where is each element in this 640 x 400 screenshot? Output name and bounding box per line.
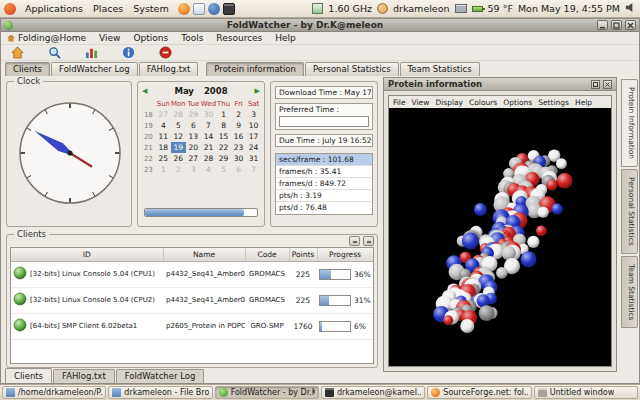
menu-view[interactable]: View bbox=[99, 33, 120, 43]
taskbar-button-sourceforge-net-fol[interactable]: SourceForge.net: fol... bbox=[427, 386, 531, 399]
calendar-day[interactable]: 14 bbox=[201, 131, 216, 142]
calendar-slider-thumb[interactable] bbox=[145, 209, 244, 216]
evolution-icon[interactable] bbox=[193, 3, 205, 15]
side-tab-protein-information[interactable]: Protein Information bbox=[621, 79, 638, 167]
view-tab-protein-information[interactable]: Protein information bbox=[206, 62, 304, 76]
bottom-tab-clients[interactable]: Clients bbox=[5, 368, 52, 383]
viewer-menu-display[interactable]: Display bbox=[435, 98, 463, 107]
calendar-day[interactable]: 2 bbox=[171, 164, 186, 175]
home-icon[interactable] bbox=[10, 46, 24, 60]
view-tab-foldwatcher-log[interactable]: FoldWatcher Log bbox=[51, 62, 138, 76]
panel-menu-system[interactable]: System bbox=[129, 2, 172, 15]
calendar-day[interactable]: 5 bbox=[171, 120, 186, 131]
calendar-day[interactable]: 28 bbox=[171, 109, 186, 120]
calendar-day[interactable]: 4 bbox=[201, 164, 216, 175]
window-titlebar[interactable]: FoldWatcher - by Dr.K@meleon bbox=[1, 19, 639, 32]
calendar-day[interactable]: 2 bbox=[231, 109, 246, 120]
column-header-points[interactable]: Points bbox=[289, 248, 317, 261]
calendar-day[interactable]: 9 bbox=[231, 120, 246, 131]
calendar-day[interactable]: 17 bbox=[246, 131, 261, 142]
protein-panel-close-button[interactable] bbox=[603, 80, 612, 89]
calendar-day[interactable]: 1 bbox=[216, 109, 231, 120]
side-tab-team-statistics[interactable]: Team Statistics bbox=[621, 256, 638, 329]
viewer-menu-settings[interactable]: Settings bbox=[538, 98, 569, 107]
client-row[interactable]: [64-bits] SMP Client 6.02beta1p2605_Prot… bbox=[11, 313, 373, 339]
distributor-logo-icon[interactable] bbox=[4, 3, 16, 15]
calendar-day[interactable]: 13 bbox=[186, 131, 201, 142]
view-tab-team-statistics[interactable]: Team Statistics bbox=[400, 62, 480, 76]
client-row[interactable]: [32-bits] Linux Console 5.04 (CPU1)p4432… bbox=[11, 261, 373, 287]
calendar-day[interactable]: 26 bbox=[171, 153, 186, 164]
calendar-day[interactable]: 19 bbox=[171, 142, 186, 153]
calendar-day[interactable]: 31 bbox=[246, 153, 261, 164]
taskbar-button-drkameleon-file-bro[interactable]: drkameleon - File Bro... bbox=[108, 386, 212, 399]
calendar-slider[interactable] bbox=[144, 208, 258, 217]
side-tab-personal-statistics[interactable]: Personal Statistics bbox=[621, 169, 638, 254]
protein-panel-restore-button[interactable] bbox=[591, 80, 600, 89]
panel-clock-label[interactable]: Mon May 19, 4:55 PM bbox=[518, 3, 620, 14]
stat-item[interactable]: frames/h : 35.41 bbox=[276, 166, 372, 178]
calendar-day[interactable]: 24 bbox=[246, 142, 261, 153]
viewer-menu-help[interactable]: Help bbox=[575, 98, 592, 107]
column-header-progress[interactable]: Progress bbox=[317, 248, 373, 261]
help-icon[interactable] bbox=[208, 3, 220, 15]
taskbar-button-foldwatcher-by-dr-k[interactable]: FoldWatcher - by Dr.K... bbox=[215, 386, 319, 399]
clients-panel-button-1[interactable] bbox=[349, 236, 360, 246]
search-icon[interactable] bbox=[47, 46, 61, 60]
taskbar-button-untitled-window[interactable]: Untitled window bbox=[534, 386, 638, 399]
calendar-day[interactable]: 29 bbox=[216, 153, 231, 164]
calendar-day[interactable]: 7 bbox=[201, 120, 216, 131]
info-icon[interactable] bbox=[121, 46, 135, 60]
calendar-day[interactable]: 12 bbox=[171, 131, 186, 142]
calendar-day[interactable]: 22 bbox=[216, 142, 231, 153]
taskbar-button-drkameleon-kamel[interactable]: drkameleon@kamel... bbox=[321, 386, 425, 399]
volume-icon[interactable] bbox=[625, 2, 636, 15]
calendar-day[interactable]: 6 bbox=[231, 164, 246, 175]
taskbar-button-home-drkameleon-p[interactable]: /home/drkameleon/P... bbox=[2, 386, 106, 399]
view-tab-personal-statistics[interactable]: Personal Statistics bbox=[305, 62, 399, 76]
calendar-day[interactable]: 10 bbox=[246, 120, 261, 131]
calendar-day[interactable]: 5 bbox=[216, 164, 231, 175]
column-header-name[interactable]: Name bbox=[163, 248, 245, 261]
stat-item[interactable]: frames/d : 849.72 bbox=[276, 178, 372, 190]
calendar-day[interactable]: 15 bbox=[216, 131, 231, 142]
terminal-icon[interactable] bbox=[223, 3, 235, 15]
calendar-prev-icon[interactable]: ◀ bbox=[142, 87, 147, 95]
cpu-frequency-label[interactable]: 1.60 GHz bbox=[328, 3, 372, 14]
network-icon[interactable] bbox=[455, 4, 467, 13]
stop-icon[interactable] bbox=[158, 46, 172, 60]
panel-menu-places[interactable]: Places bbox=[89, 2, 127, 15]
calendar-day[interactable]: 30 bbox=[231, 153, 246, 164]
viewer-menu-colours[interactable]: Colours bbox=[469, 98, 497, 107]
protein-panel-titlebar[interactable]: Protein information bbox=[384, 78, 616, 91]
stat-item[interactable]: secs/frame : 101.68 bbox=[276, 154, 372, 166]
firefox-icon[interactable] bbox=[178, 3, 190, 15]
view-tab-fahlog-txt[interactable]: FAHlog.txt bbox=[139, 62, 199, 76]
menu-help[interactable]: Help bbox=[275, 33, 296, 43]
calendar-day[interactable]: 25 bbox=[156, 153, 171, 164]
calendar-day[interactable]: 6 bbox=[186, 120, 201, 131]
calendar-day[interactable]: 27 bbox=[156, 109, 171, 120]
calendar-day[interactable]: 3 bbox=[186, 164, 201, 175]
calendar-day[interactable]: 16 bbox=[231, 131, 246, 142]
view-tab-clients[interactable]: Clients bbox=[5, 62, 50, 76]
bottom-tab-foldwatcher-log[interactable]: FoldWatcher Log bbox=[116, 369, 205, 383]
user-avatar-icon[interactable] bbox=[377, 3, 388, 14]
menu-resources[interactable]: Resources bbox=[216, 33, 262, 43]
stat-item[interactable]: pts/d : 76.48 bbox=[276, 202, 372, 214]
calendar-day[interactable]: 23 bbox=[231, 142, 246, 153]
calendar-day[interactable]: 29 bbox=[186, 109, 201, 120]
stat-item[interactable]: pts/h : 3.19 bbox=[276, 190, 372, 202]
menu-tools[interactable]: Tools bbox=[181, 33, 203, 43]
weather-label[interactable]: 59 °F bbox=[488, 3, 513, 14]
calendar-day[interactable]: 3 bbox=[246, 109, 261, 120]
molecule-canvas[interactable] bbox=[389, 108, 611, 366]
calendar-day[interactable]: 20 bbox=[186, 142, 201, 153]
close-button[interactable] bbox=[625, 20, 636, 30]
client-row[interactable]: [32-bits] Linux Console 5.04 (CPU2)p4432… bbox=[11, 287, 373, 313]
battery-icon[interactable] bbox=[472, 6, 483, 12]
column-header-code[interactable]: Code bbox=[245, 248, 289, 261]
maximize-button[interactable] bbox=[611, 20, 622, 30]
clients-panel-button-2[interactable] bbox=[363, 236, 374, 246]
viewer-menu-view[interactable]: View bbox=[412, 98, 430, 107]
